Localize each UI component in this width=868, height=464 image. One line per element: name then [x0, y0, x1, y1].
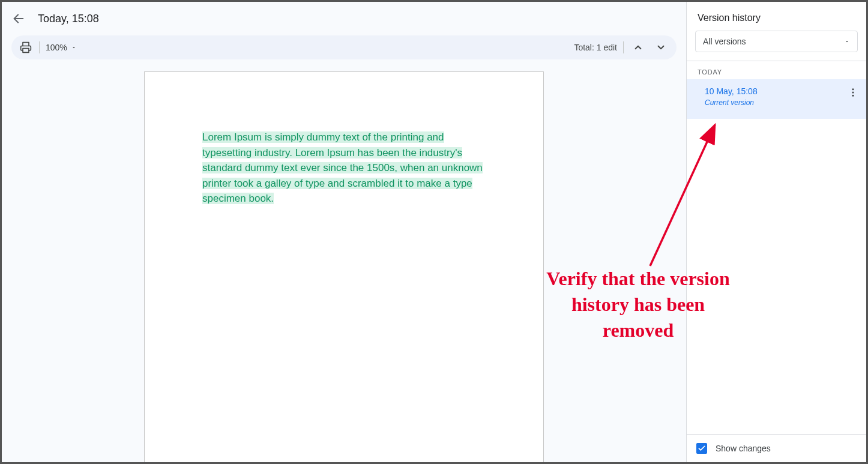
svg-point-3 — [852, 92, 854, 94]
version-history-sidebar: Version history All versions TODAY 10 Ma… — [686, 2, 866, 462]
version-filter-dropdown[interactable]: All versions — [695, 31, 858, 52]
document-body: Lorem Ipsum is simply dummy text of the … — [202, 130, 486, 206]
version-more-button[interactable] — [846, 85, 860, 100]
sidebar-footer: Show changes — [687, 434, 866, 462]
check-icon — [698, 444, 706, 453]
toolbar: 100% Total: 1 edit — [11, 35, 677, 59]
sidebar-title: Version history — [687, 2, 866, 31]
svg-point-2 — [852, 88, 854, 90]
zoom-dropdown[interactable]: 100% — [46, 43, 77, 52]
caret-down-icon — [71, 44, 77, 50]
document-page: Lorem Ipsum is simply dummy text of the … — [144, 71, 544, 462]
version-group-label: TODAY — [687, 61, 866, 79]
svg-rect-1 — [23, 49, 29, 53]
back-arrow-button[interactable] — [11, 11, 26, 26]
prev-edit-button[interactable] — [630, 39, 646, 56]
total-edits-label: Total: 1 edit — [574, 43, 617, 52]
page-title: Today, 15:08 — [38, 13, 99, 25]
show-changes-label: Show changes — [716, 444, 771, 453]
version-subtitle: Current version — [705, 98, 857, 107]
version-filter-value: All versions — [703, 37, 746, 46]
more-vert-icon — [848, 87, 858, 98]
toolbar-divider — [623, 41, 624, 53]
next-edit-button[interactable] — [653, 39, 669, 56]
zoom-value: 100% — [46, 43, 67, 52]
print-button[interactable] — [19, 40, 33, 55]
toolbar-divider — [39, 41, 40, 53]
version-item-current[interactable]: 10 May, 15:08 Current version — [687, 79, 866, 119]
show-changes-checkbox[interactable] — [696, 443, 707, 454]
caret-down-icon — [844, 38, 850, 44]
annotation-text: Verify that the version history has been… — [542, 266, 734, 344]
svg-point-4 — [852, 95, 854, 97]
version-date: 10 May, 15:08 — [705, 86, 857, 96]
document-scroll-area[interactable]: Lorem Ipsum is simply dummy text of the … — [2, 64, 686, 462]
